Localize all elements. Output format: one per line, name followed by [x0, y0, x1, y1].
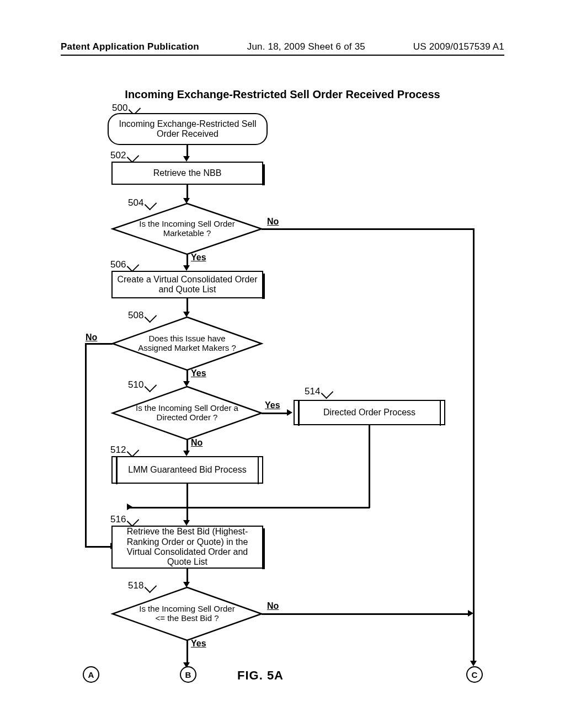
node-510-decision: Is the Incoming Sell Order a Directed Or…	[113, 387, 262, 440]
ref-514: 514	[305, 386, 332, 397]
edge	[127, 507, 188, 508]
arrow-icon	[183, 451, 190, 456]
arrow-icon	[183, 198, 190, 204]
edge-label-no: No	[267, 601, 279, 611]
edge	[186, 298, 188, 313]
edge	[473, 228, 475, 664]
ref-512: 512	[110, 445, 138, 456]
connector-b: B	[180, 666, 196, 683]
node-508-text: Does this Issue have Assigned Market Mak…	[113, 334, 262, 353]
edge	[186, 370, 188, 382]
edge-label-no: No	[267, 217, 279, 227]
ref-500: 500	[112, 103, 140, 114]
ref-516: 516	[110, 514, 138, 525]
edge	[186, 185, 188, 199]
edge	[186, 145, 188, 157]
node-502-process: Retrieve the NBB	[111, 162, 263, 185]
edge	[188, 507, 370, 508]
patent-figure-page: Patent Application Publication Jun. 18, …	[0, 0, 565, 728]
edge-label-no: No	[191, 438, 202, 448]
edge	[262, 413, 288, 414]
header-left: Patent Application Publication	[61, 41, 199, 52]
arrow-icon	[470, 661, 477, 666]
node-504-text: Is the Incoming Sell Order Marketable ?	[113, 220, 262, 238]
edge	[186, 640, 188, 663]
node-start-text: Incoming Exchange-Restricted Sell Order …	[119, 119, 257, 140]
node-512-text: LMM Guaranteed Bid Process	[128, 465, 246, 475]
node-518-text: Is the Incoming Sell Order <= the Best B…	[113, 604, 262, 623]
edge	[186, 569, 188, 583]
arrow-icon	[183, 265, 190, 271]
arrow-icon	[183, 312, 190, 317]
edge-label-yes: Yes	[191, 368, 206, 378]
figure-label: FIG. 5A	[237, 668, 284, 683]
node-516-process: Retrieve the Best Bid (Highest-Ranking O…	[111, 526, 263, 569]
node-512-subprocess: LMM Guaranteed Bid Process	[111, 456, 263, 484]
edge-label-yes: Yes	[191, 639, 206, 649]
edge	[262, 228, 475, 230]
node-508-decision: Does this Issue have Assigned Market Mak…	[113, 317, 262, 370]
edge-label-yes: Yes	[191, 253, 206, 263]
node-510-text: Is the Incoming Sell Order a Directed Or…	[113, 404, 262, 422]
ref-506: 506	[110, 259, 138, 270]
edge	[186, 484, 188, 508]
arrow-icon	[468, 610, 473, 617]
page-header: Patent Application Publication Jun. 18, …	[61, 41, 504, 56]
arrow-icon	[183, 381, 190, 387]
arrow-icon	[183, 582, 190, 587]
node-502-text: Retrieve the NBB	[153, 168, 222, 178]
edge	[186, 507, 188, 521]
edge	[85, 343, 87, 547]
edge	[85, 343, 113, 345]
header-middle: Jun. 18, 2009 Sheet 6 of 35	[199, 41, 413, 52]
arrow-icon	[183, 520, 190, 526]
node-506-process: Create a Virtual Consolidated Order and …	[111, 271, 263, 298]
edge	[186, 440, 188, 452]
edge	[262, 613, 469, 615]
node-514-subprocess: Directed Order Process	[294, 400, 445, 425]
node-514-text: Directed Order Process	[323, 408, 415, 417]
arrow-icon	[127, 504, 132, 510]
node-504-decision: Is the Incoming Sell Order Marketable ?	[113, 204, 262, 254]
edge	[186, 254, 188, 266]
edge	[85, 546, 111, 548]
node-518-decision: Is the Incoming Sell Order <= the Best B…	[113, 587, 262, 640]
edge-label-yes: Yes	[265, 400, 280, 410]
connector-c: C	[466, 666, 483, 683]
connector-a: A	[83, 666, 99, 683]
figure-title: Incoming Exchange-Restricted Sell Order …	[0, 88, 565, 101]
ref-502: 502	[110, 150, 138, 161]
edge	[369, 425, 370, 508]
node-516-text: Retrieve the Best Bid (Highest-Ranking O…	[116, 527, 259, 568]
arrow-icon	[183, 156, 190, 162]
arrow-icon	[287, 409, 292, 416]
node-start-terminator: Incoming Exchange-Restricted Sell Order …	[108, 113, 268, 145]
node-506-text: Create a Virtual Consolidated Order and …	[116, 275, 259, 295]
header-right: US 2009/0157539 A1	[413, 41, 504, 52]
edge-label-no: No	[86, 333, 97, 342]
